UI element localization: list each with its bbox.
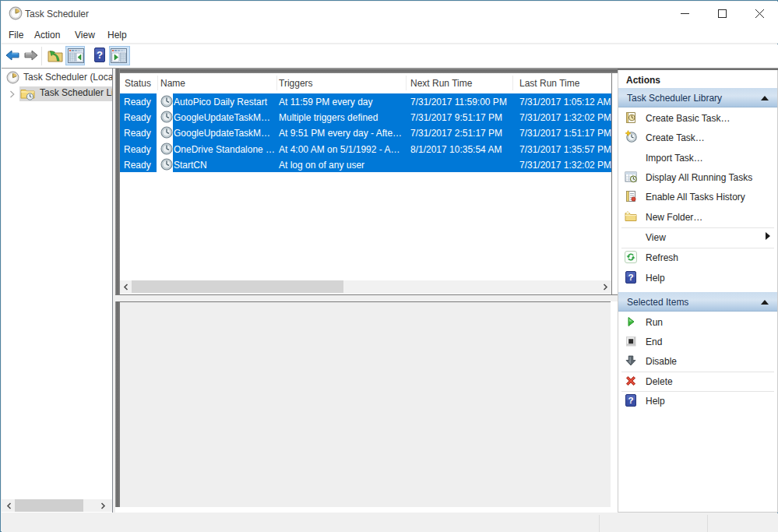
svg-text:?: ? (97, 49, 103, 61)
